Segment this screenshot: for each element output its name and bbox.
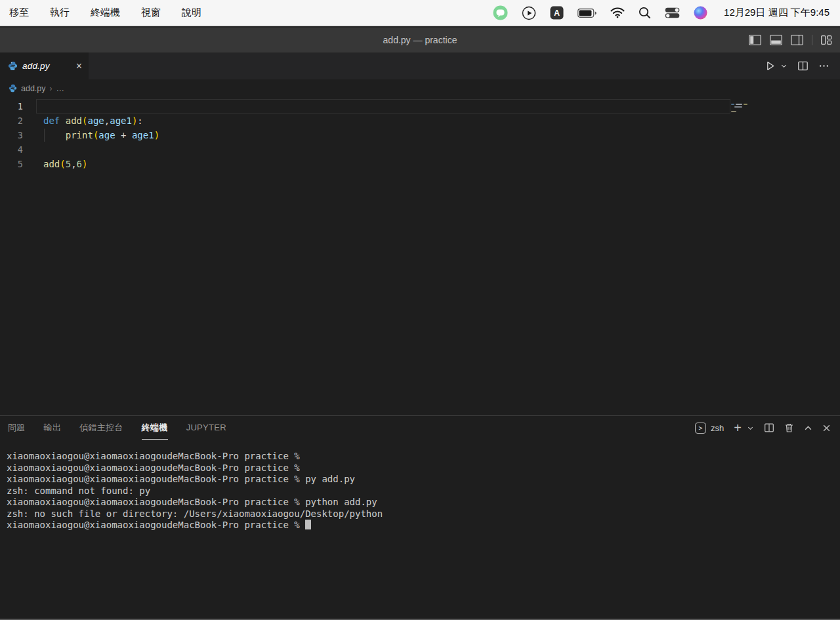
line-number: 1: [0, 99, 23, 114]
breadcrumb: add.py › …: [0, 79, 840, 97]
shell-label: zsh: [711, 423, 724, 433]
menubar-status-area: A 12月29日 週四 下午9:45: [493, 5, 830, 21]
macos-menu-bar: 移至 執行 終端機 視窗 說明 A: [0, 0, 840, 26]
tab-label: add.py: [22, 61, 50, 71]
code-token: ,: [71, 159, 76, 169]
close-panel-icon[interactable]: [822, 424, 831, 432]
python-file-icon: [8, 61, 18, 71]
wifi-icon[interactable]: [610, 5, 625, 21]
breadcrumb-chevron: ›: [50, 84, 52, 93]
code-content: def add(age,age1):: [36, 114, 730, 128]
code-token: print: [66, 130, 93, 140]
screen-play-icon[interactable]: [522, 5, 536, 21]
code-token: age: [98, 130, 115, 140]
customize-layout-icon[interactable]: [821, 35, 832, 45]
menu-item-help[interactable]: 說明: [182, 7, 201, 19]
terminal-cursor: [305, 520, 311, 529]
code-line[interactable]: 4: [0, 142, 840, 157]
run-python-file-icon[interactable]: [765, 60, 776, 72]
spotlight-search-icon[interactable]: [639, 5, 651, 21]
terminal-line: zsh: command not found: py: [7, 486, 833, 497]
code-token: ): [154, 130, 159, 140]
panel-tab-output[interactable]: 輸出: [44, 416, 62, 440]
code-editor[interactable]: 12def add(age,age1):3 print(age + age1)4…: [0, 97, 840, 415]
code-token: age: [87, 115, 104, 126]
line-app-icon[interactable]: [493, 5, 508, 21]
code-line[interactable]: 3 print(age + age1): [0, 128, 840, 142]
tab-close-icon[interactable]: ×: [76, 61, 82, 72]
menu-items: 移至 執行 終端機 視窗 說明: [9, 7, 201, 19]
terminal-line: xiaomaoxiaogou@xiaomaoxiaogoudeMacBook-P…: [7, 520, 833, 531]
terminal-line: xiaomaoxiaogou@xiaomaoxiaogoudeMacBook-P…: [7, 451, 833, 463]
titlebar-separator: [812, 35, 812, 45]
tab-add-py[interactable]: add.py ×: [0, 52, 89, 79]
window-title: add.py — practice: [383, 35, 457, 45]
code-token: 5: [66, 159, 71, 169]
input-source-icon[interactable]: A: [550, 5, 564, 21]
toggle-secondary-sidebar-icon[interactable]: [791, 35, 803, 45]
kill-terminal-icon[interactable]: [784, 423, 794, 433]
menu-item-go[interactable]: 移至: [9, 7, 29, 19]
active-shell-badge[interactable]: > zsh: [695, 423, 724, 434]
terminal-dropdown-chevron-icon[interactable]: [747, 424, 754, 432]
battery-icon[interactable]: [578, 5, 597, 21]
code-token: age1: [132, 130, 154, 140]
editor-tab-bar: add.py ×: [0, 52, 840, 79]
new-terminal-icon[interactable]: +: [734, 421, 742, 434]
menu-item-window[interactable]: 視窗: [141, 7, 161, 19]
menu-item-terminal[interactable]: 終端機: [91, 7, 120, 19]
minimap[interactable]: [731, 101, 753, 147]
terminal-output[interactable]: xiaomaoxiaogou@xiaomaoxiaogoudeMacBook-P…: [0, 440, 840, 619]
line-number: 5: [0, 157, 23, 171]
split-terminal-icon[interactable]: [764, 423, 774, 433]
siri-icon[interactable]: [694, 5, 707, 21]
screen: 移至 執行 終端機 視窗 說明 A: [0, 0, 840, 620]
menubar-clock[interactable]: 12月29日 週四 下午9:45: [724, 7, 830, 19]
menu-item-run[interactable]: 執行: [50, 7, 70, 19]
code-token: :: [137, 115, 142, 126]
terminal-line: xiaomaoxiaogou@xiaomaoxiaogoudeMacBook-P…: [7, 497, 833, 508]
panel-tab-problems[interactable]: 問題: [8, 416, 26, 440]
code-line[interactable]: 5add(5,6): [0, 157, 840, 171]
code-content: print(age + age1): [36, 128, 730, 142]
panel-tab-debug-console[interactable]: 偵錯主控台: [79, 416, 123, 440]
code-token: def: [43, 115, 60, 126]
layout-actions: [749, 28, 832, 52]
indent-guide: [44, 129, 45, 142]
code-token: age1: [110, 115, 132, 126]
control-center-icon[interactable]: [665, 5, 680, 21]
toggle-sidebar-icon[interactable]: [749, 35, 761, 45]
code-content: [36, 99, 730, 114]
terminal-line: xiaomaoxiaogou@xiaomaoxiaogoudeMacBook-P…: [7, 463, 833, 474]
python-file-icon: [9, 84, 17, 93]
line-number: 2: [0, 114, 23, 128]
panel-tab-jupyter[interactable]: JUPYTER: [186, 416, 226, 440]
toggle-panel-icon[interactable]: [770, 35, 782, 45]
code-line[interactable]: 2def add(age,age1):: [0, 114, 840, 128]
more-actions-icon[interactable]: [818, 60, 830, 72]
maximize-panel-icon[interactable]: [804, 424, 812, 432]
code-line[interactable]: 1: [0, 99, 840, 114]
code-token: ,: [104, 115, 110, 126]
code-token: ): [82, 159, 87, 169]
breadcrumb-symbol-ellipsis[interactable]: …: [56, 84, 65, 93]
panel-tab-terminal[interactable]: 終端機: [142, 416, 168, 440]
panel-toolbar: > zsh +: [695, 416, 831, 440]
svg-text:A: A: [554, 9, 560, 18]
terminal-icon: >: [695, 423, 706, 434]
code-token: [43, 130, 66, 140]
code-token: 6: [77, 159, 82, 169]
run-dropdown-chevron-icon[interactable]: [780, 62, 788, 70]
panel-tabs: 問題 輸出 偵錯主控台 終端機 JUPYTER: [8, 416, 245, 440]
bottom-panel: 問題 輸出 偵錯主控台 終端機 JUPYTER > zsh +: [0, 415, 840, 619]
code-token: [60, 115, 65, 126]
terminal-line: zsh: no such file or directory: /Users/x…: [7, 508, 833, 520]
line-number: 4: [0, 142, 23, 157]
split-editor-icon[interactable]: [797, 60, 808, 72]
vscode-title-bar[interactable]: add.py — practice: [0, 26, 840, 52]
panel-header: 問題 輸出 偵錯主控台 終端機 JUPYTER > zsh +: [0, 416, 840, 440]
code-lines: 12def add(age,age1):3 print(age + age1)4…: [0, 99, 840, 171]
breadcrumb-file[interactable]: add.py: [21, 84, 46, 93]
line-number: 3: [0, 128, 23, 142]
code-token: add: [66, 115, 82, 126]
